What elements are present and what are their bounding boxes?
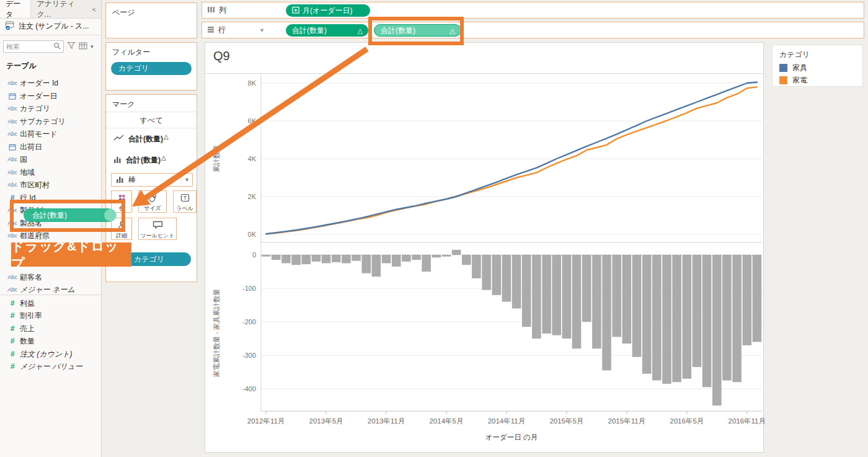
field-item[interactable]: #メジャー バリュー [0, 360, 101, 373]
bar-mark[interactable] [672, 255, 681, 382]
bar-mark[interactable] [472, 255, 481, 278]
bar-mark[interactable] [462, 255, 471, 265]
field-item[interactable]: Abc市区町村 [0, 179, 101, 191]
tab-analytics[interactable]: アナリティク... [31, 0, 87, 18]
columns-shelf[interactable]: 列 月(オーダー日) [202, 2, 864, 19]
chart-svg[interactable]: 8K6K4K2K0K0-100-200-300-4002012年11月2013年… [205, 43, 764, 453]
rows-shelf[interactable]: 行 ▼ 合計(数量) △ 合計(数量) △ [202, 22, 864, 38]
legend-item[interactable]: 家電 [779, 75, 807, 86]
bar-mark[interactable] [622, 255, 632, 344]
field-item[interactable]: Abcオーダー Id [0, 77, 101, 89]
bar-mark[interactable] [702, 255, 712, 387]
bar-mark[interactable] [693, 255, 702, 367]
marks-pill-category[interactable]: カテゴリ [126, 252, 191, 266]
bar-mark[interactable] [281, 255, 291, 264]
bar-mark[interactable] [372, 255, 381, 277]
field-item[interactable]: #数量 [0, 335, 101, 347]
tab-data[interactable]: データ [0, 0, 31, 18]
bar-mark[interactable] [743, 255, 752, 345]
bar-mark[interactable] [722, 255, 732, 381]
field-item[interactable]: 出荷日 [0, 141, 101, 153]
bar-mark[interactable] [502, 255, 512, 302]
bar-mark[interactable] [312, 255, 321, 262]
mark-type-dropdown[interactable]: 棒 ▼ [111, 173, 193, 187]
bar-mark[interactable] [452, 250, 461, 255]
bar-mark[interactable] [582, 255, 591, 322]
bar-mark[interactable] [572, 255, 582, 348]
search-input[interactable]: 検索 [3, 40, 64, 53]
bar-mark[interactable] [562, 255, 572, 339]
datasource-row[interactable]: 注文 (サンプル - ス... [0, 18, 101, 35]
bar-mark[interactable] [272, 255, 281, 260]
bar-mark[interactable] [732, 255, 742, 382]
field-item[interactable]: Abcカテゴリ [0, 102, 101, 115]
bar-mark[interactable] [542, 255, 551, 334]
field-item[interactable]: Abc国 [0, 153, 101, 166]
bar-mark[interactable] [712, 255, 722, 406]
bar-mark[interactable] [753, 255, 762, 342]
collapse-pane-icon[interactable]: < [87, 0, 101, 18]
bar-mark[interactable] [332, 255, 341, 262]
bar-mark[interactable] [522, 255, 531, 327]
grid-caret-icon[interactable]: ▾ [91, 43, 94, 50]
bar-mark[interactable] [612, 255, 621, 337]
bar-mark[interactable] [402, 255, 411, 262]
datasource-name: 注文 (サンプル - ス... [19, 21, 89, 32]
bar-mark[interactable] [492, 255, 502, 295]
label-button[interactable]: Tラベル [173, 190, 197, 213]
bar-mark[interactable] [392, 255, 401, 267]
size-button[interactable]: サイズ [138, 190, 167, 213]
rows-pill-sum-quantity-1[interactable]: 合計(数量) △ [286, 24, 368, 37]
diff-bars[interactable] [262, 250, 761, 406]
marks-entry-bar[interactable]: 合計(数量)△ [113, 154, 166, 166]
bar-mark[interactable] [322, 255, 331, 264]
pages-card[interactable]: ページ [105, 2, 197, 38]
field-item[interactable]: Abcサブカテゴリ [0, 115, 101, 128]
tooltip-button[interactable]: ツールヒント [138, 218, 177, 240]
dragged-field-pill[interactable]: 合計(数量) [24, 208, 115, 222]
field-item[interactable]: #利益 [0, 297, 101, 309]
legend-item[interactable]: 家具 [779, 63, 807, 73]
bar-mark[interactable] [291, 255, 301, 265]
color-legend-card[interactable]: カテゴリ 家具家電 [772, 45, 863, 87]
bar-mark[interactable] [652, 255, 662, 381]
appliance-line[interactable] [266, 87, 757, 234]
bar-mark[interactable] [683, 255, 692, 379]
filter-pill-category[interactable]: カテゴリ [111, 62, 192, 75]
field-item[interactable]: #売上 [0, 322, 101, 335]
marks-entry-line[interactable]: 合計(数量)△ [113, 133, 169, 144]
view-data-grid-icon[interactable] [79, 41, 87, 52]
bar-mark[interactable] [552, 255, 561, 335]
bar-mark[interactable] [361, 255, 371, 273]
columns-pill-month-orderdate[interactable]: 月(オーダー日) [286, 4, 370, 17]
marks-all-tab[interactable]: すべて [106, 115, 197, 126]
field-item[interactable]: Abcメジャー ネーム [0, 283, 101, 296]
bar-mark[interactable] [342, 255, 351, 264]
field-item[interactable]: オーダー日 [0, 90, 101, 102]
bar-mark[interactable] [412, 255, 421, 260]
bar-mark[interactable] [642, 255, 652, 374]
field-item[interactable]: Abc出荷モード [0, 128, 101, 140]
bar-mark[interactable] [301, 255, 311, 264]
chevron-down-icon[interactable]: ▼ [181, 174, 192, 186]
field-item[interactable]: Abc顧客名 [0, 271, 101, 283]
bar-mark[interactable] [352, 255, 361, 261]
bar-mark[interactable] [602, 255, 611, 370]
bar-mark[interactable] [382, 255, 391, 264]
bar-mark[interactable] [512, 255, 521, 308]
bar-mark[interactable] [432, 255, 441, 257]
field-item[interactable]: #割引率 [0, 309, 101, 322]
bar-mark[interactable] [532, 255, 541, 339]
filters-card[interactable]: フィルター カテゴリ [105, 42, 197, 91]
bar-mark[interactable] [422, 255, 431, 272]
field-item[interactable]: Abc地域 [0, 166, 101, 179]
svg-text:オーダー日 の月: オーダー日 の月 [485, 433, 538, 441]
bar-mark[interactable] [662, 255, 671, 384]
bar-mark[interactable] [632, 255, 642, 357]
field-item[interactable]: #注文 (カウント) [0, 348, 101, 360]
filter-fields-icon[interactable] [67, 41, 76, 52]
bar-mark[interactable] [482, 255, 491, 290]
bar-mark[interactable] [592, 255, 601, 348]
furniture-line[interactable] [266, 82, 757, 234]
shelf-caret-icon[interactable]: ▼ [259, 27, 265, 33]
